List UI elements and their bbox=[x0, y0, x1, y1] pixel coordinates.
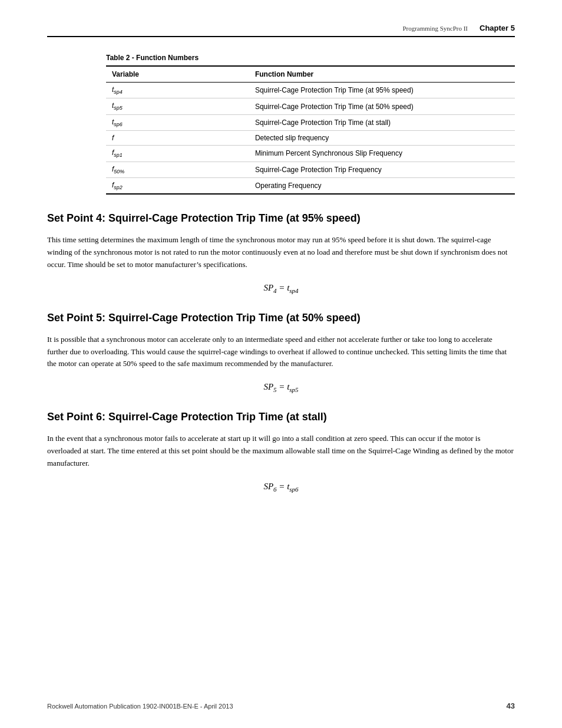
section-heading-sp6: Set Point 6: Squirrel-Cage Protection Tr… bbox=[47, 411, 515, 423]
table-row: fDetected slip frequency bbox=[106, 131, 515, 146]
formula-sp6: SP6 = tsp6 bbox=[47, 482, 515, 493]
page-number: 43 bbox=[507, 701, 515, 710]
table-section: Table 2 - Function Numbers Variable Func… bbox=[47, 54, 515, 195]
section-heading-sp4: Set Point 4: Squirrel-Cage Protection Tr… bbox=[47, 212, 515, 225]
sections-container: Set Point 4: Squirrel-Cage Protection Tr… bbox=[47, 212, 515, 492]
col-variable: Variable bbox=[106, 66, 249, 83]
section-sp5: Set Point 5: Squirrel-Cage Protection Tr… bbox=[47, 312, 515, 393]
table-cell-variable: tsp6 bbox=[106, 114, 249, 130]
table-cell-function: Squirrel-Cage Protection Trip Time (at s… bbox=[249, 114, 515, 130]
table-row: fsp2Operating Frequency bbox=[106, 177, 515, 194]
formula-sp5: SP5 = tsp5 bbox=[47, 382, 515, 393]
table-cell-variable: f bbox=[106, 131, 249, 146]
table-row: fsp1Minimum Percent Synchronous Slip Fre… bbox=[106, 146, 515, 162]
footer-publication: Rockwell Automation Publication 1902-IN0… bbox=[47, 703, 233, 710]
table-row: f50%Squirrel-Cage Protection Trip Freque… bbox=[106, 162, 515, 177]
section-sp6: Set Point 6: Squirrel-Cage Protection Tr… bbox=[47, 411, 515, 492]
table-row: tsp5Squirrel-Cage Protection Trip Time (… bbox=[106, 98, 515, 114]
section-sp4: Set Point 4: Squirrel-Cage Protection Tr… bbox=[47, 212, 515, 294]
section-body-sp6: In the event that a synchronous motor fa… bbox=[47, 433, 515, 469]
section-body-sp5: It is possible that a synchronous motor … bbox=[47, 334, 515, 370]
table-header-row: Variable Function Number bbox=[106, 66, 515, 83]
table-cell-variable: fsp1 bbox=[106, 146, 249, 162]
formula-sp4: SP4 = tsp4 bbox=[47, 283, 515, 294]
table-cell-function: Squirrel-Cage Protection Trip Frequency bbox=[249, 162, 515, 177]
page: Programming SyncPro II Chapter 5 Table 2… bbox=[0, 0, 562, 728]
table-cell-variable: tsp5 bbox=[106, 98, 249, 114]
section-body-sp4: This time setting determines the maximum… bbox=[47, 234, 515, 271]
header-title: Programming SyncPro II bbox=[402, 25, 468, 32]
table-row: tsp6Squirrel-Cage Protection Trip Time (… bbox=[106, 114, 515, 130]
col-function-number: Function Number bbox=[249, 66, 515, 83]
table-row: tsp4Squirrel-Cage Protection Trip Time (… bbox=[106, 83, 515, 98]
section-heading-sp5: Set Point 5: Squirrel-Cage Protection Tr… bbox=[47, 312, 515, 324]
table-cell-function: Squirrel-Cage Protection Trip Time (at 9… bbox=[249, 83, 515, 98]
function-numbers-table: Variable Function Number tsp4Squirrel-Ca… bbox=[106, 65, 515, 195]
table-cell-function: Operating Frequency bbox=[249, 177, 515, 194]
header-chapter: Chapter 5 bbox=[480, 24, 515, 32]
table-caption: Table 2 - Function Numbers bbox=[106, 54, 515, 62]
table-cell-variable: fsp2 bbox=[106, 177, 249, 194]
table-cell-variable: tsp4 bbox=[106, 83, 249, 98]
page-footer: Rockwell Automation Publication 1902-IN0… bbox=[47, 701, 515, 710]
table-cell-variable: f50% bbox=[106, 162, 249, 177]
table-cell-function: Minimum Percent Synchronous Slip Frequen… bbox=[249, 146, 515, 162]
table-cell-function: Squirrel-Cage Protection Trip Time (at 5… bbox=[249, 98, 515, 114]
page-header: Programming SyncPro II Chapter 5 bbox=[47, 24, 515, 37]
table-cell-function: Detected slip frequency bbox=[249, 131, 515, 146]
